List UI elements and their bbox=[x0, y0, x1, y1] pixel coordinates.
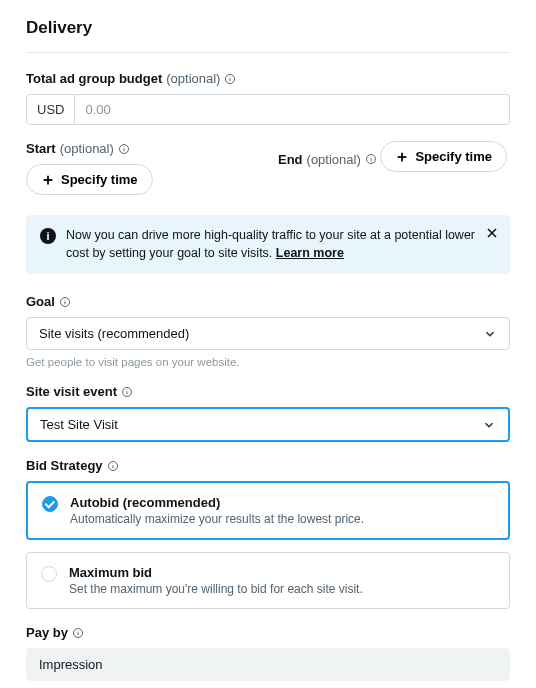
radio-selected-icon bbox=[42, 496, 58, 512]
bid-strategy-maxbid[interactable]: Maximum bid Set the maximum you're willi… bbox=[26, 552, 510, 609]
page-title: Delivery bbox=[26, 18, 510, 38]
currency-box[interactable]: USD bbox=[26, 94, 75, 125]
end-optional: (optional) bbox=[307, 152, 361, 167]
info-icon[interactable] bbox=[365, 153, 377, 165]
svg-point-5 bbox=[123, 146, 124, 147]
maxbid-title: Maximum bid bbox=[69, 565, 363, 580]
banner-text: Now you can drive more high-quality traf… bbox=[66, 227, 496, 262]
svg-point-23 bbox=[112, 463, 113, 464]
info-badge-icon: i bbox=[40, 228, 56, 244]
learn-more-link[interactable]: Learn more bbox=[276, 246, 344, 260]
goal-label-text: Goal bbox=[26, 294, 55, 309]
budget-label: Total ad group budget (optional) bbox=[26, 71, 236, 86]
info-icon[interactable] bbox=[59, 296, 71, 308]
start-specify-label: Specify time bbox=[61, 172, 138, 187]
end-label-text: End bbox=[278, 152, 303, 167]
end-specify-label: Specify time bbox=[415, 149, 492, 164]
budget-optional: (optional) bbox=[166, 71, 220, 86]
chevron-down-icon bbox=[483, 327, 497, 341]
chevron-down-icon bbox=[482, 418, 496, 432]
end-label: End (optional) bbox=[278, 152, 377, 167]
goal-select-value: Site visits (recommended) bbox=[39, 326, 189, 341]
start-label-text: Start bbox=[26, 141, 56, 156]
plus-icon bbox=[395, 150, 409, 164]
goal-helper: Get people to visit pages on your websit… bbox=[26, 356, 510, 368]
bid-strategy-autobid[interactable]: Autobid (recommended) Automatically maxi… bbox=[26, 481, 510, 540]
site-visit-event-label-text: Site visit event bbox=[26, 384, 117, 399]
goal-label: Goal bbox=[26, 294, 71, 309]
radio-unselected-icon bbox=[41, 566, 57, 582]
bid-strategy-label-text: Bid Strategy bbox=[26, 458, 103, 473]
info-icon[interactable] bbox=[121, 386, 133, 398]
maxbid-sub: Set the maximum you're willing to bid fo… bbox=[69, 582, 363, 596]
start-optional: (optional) bbox=[60, 141, 114, 156]
site-visit-event-label: Site visit event bbox=[26, 384, 133, 399]
info-icon[interactable] bbox=[107, 460, 119, 472]
info-icon[interactable] bbox=[118, 143, 130, 155]
end-specify-button[interactable]: Specify time bbox=[380, 141, 507, 172]
start-label: Start (optional) bbox=[26, 141, 130, 156]
start-specify-button[interactable]: Specify time bbox=[26, 164, 153, 195]
info-banner: i Now you can drive more high-quality tr… bbox=[26, 215, 510, 274]
site-visit-event-value: Test Site Visit bbox=[40, 417, 118, 432]
pay-by-label-text: Pay by bbox=[26, 625, 68, 640]
autobid-title: Autobid (recommended) bbox=[70, 495, 364, 510]
svg-point-17 bbox=[64, 299, 65, 300]
bid-strategy-label: Bid Strategy bbox=[26, 458, 119, 473]
divider bbox=[26, 52, 510, 53]
svg-point-20 bbox=[127, 389, 128, 390]
site-visit-event-select[interactable]: Test Site Visit bbox=[26, 407, 510, 442]
pay-by-label: Pay by bbox=[26, 625, 84, 640]
svg-point-10 bbox=[370, 156, 371, 157]
budget-label-text: Total ad group budget bbox=[26, 71, 162, 86]
budget-input[interactable] bbox=[75, 94, 510, 125]
svg-point-26 bbox=[77, 630, 78, 631]
pay-by-value: Impression bbox=[26, 648, 510, 681]
close-icon[interactable] bbox=[484, 225, 500, 241]
plus-icon bbox=[41, 173, 55, 187]
autobid-sub: Automatically maximize your results at t… bbox=[70, 512, 364, 526]
svg-point-2 bbox=[230, 76, 231, 77]
goal-select[interactable]: Site visits (recommended) bbox=[26, 317, 510, 350]
banner-text-content: Now you can drive more high-quality traf… bbox=[66, 228, 475, 260]
info-icon[interactable] bbox=[224, 73, 236, 85]
info-icon[interactable] bbox=[72, 627, 84, 639]
